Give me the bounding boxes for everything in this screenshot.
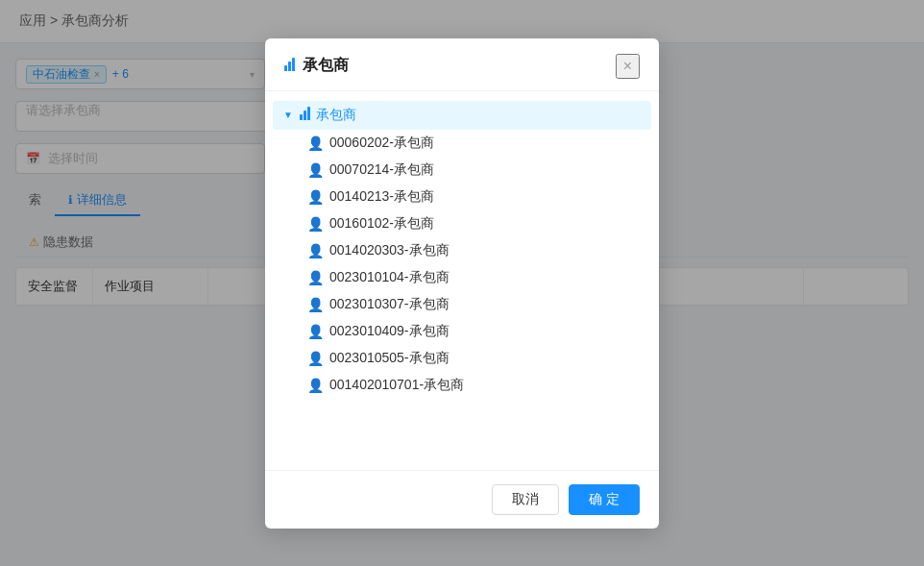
tree-leaf-label-0: 00060202-承包商	[329, 135, 434, 152]
bar-chart-icon-small	[300, 107, 310, 120]
dialog-body: ▼ 承包商 👤 00060202-承包商 👤	[265, 91, 659, 470]
bar-chart-icon	[284, 58, 295, 71]
dialog-footer: 取消 确 定	[265, 470, 659, 529]
dialog-title: 承包商	[303, 56, 349, 76]
leaf-user-icon-4: 👤	[307, 243, 324, 258]
leaf-user-icon-8: 👤	[307, 351, 324, 366]
cancel-button[interactable]: 取消	[492, 484, 559, 515]
leaf-user-icon-3: 👤	[307, 216, 324, 232]
tree-leaf-5[interactable]: 👤 0023010104-承包商	[300, 264, 651, 291]
leaf-user-icon-7: 👤	[307, 324, 324, 339]
tree-leaf-1[interactable]: 👤 00070214-承包商	[300, 157, 651, 184]
tree-root-label: 承包商	[316, 107, 356, 124]
dialog-title-wrap: 承包商	[284, 56, 349, 76]
leaf-user-icon-2: 👤	[307, 189, 324, 205]
tree-leaf-label-3: 00160102-承包商	[329, 215, 434, 233]
tree-children: 👤 00060202-承包商 👤 00070214-承包商 👤 00140213…	[273, 130, 651, 399]
tree-root-icon	[300, 107, 310, 123]
dialog-close-button[interactable]: ×	[616, 54, 640, 79]
leaf-user-icon-1: 👤	[307, 162, 324, 178]
leaf-user-icon-0: 👤	[307, 135, 324, 151]
leaf-user-icon-6: 👤	[307, 297, 324, 312]
tree-leaf-label-4: 0014020303-承包商	[329, 242, 450, 259]
tree-leaf-label-7: 0023010409-承包商	[329, 323, 450, 340]
tree-leaf-2[interactable]: 👤 00140213-承包商	[300, 184, 651, 210]
tree-leaf-label-1: 00070214-承包商	[329, 161, 434, 179]
tree-leaf-label-2: 00140213-承包商	[329, 188, 434, 206]
tree-leaf-8[interactable]: 👤 0023010505-承包商	[300, 345, 651, 372]
tree-leaf-label-6: 0023010307-承包商	[329, 296, 450, 313]
confirm-button[interactable]: 确 定	[569, 484, 640, 515]
tree-leaf-label-9: 001402010701-承包商	[329, 377, 464, 394]
leaf-user-icon-9: 👤	[307, 378, 324, 393]
tree-leaf-9[interactable]: 👤 001402010701-承包商	[300, 372, 651, 399]
tree-leaf-3[interactable]: 👤 00160102-承包商	[300, 210, 651, 237]
tree-arrow-icon: ▼	[280, 108, 296, 123]
tree-root: ▼ 承包商 👤 00060202-承包商 👤	[265, 101, 659, 399]
tree-leaf-label-5: 0023010104-承包商	[329, 269, 450, 286]
tree-leaf-6[interactable]: 👤 0023010307-承包商	[300, 291, 651, 318]
tree-leaf-label-8: 0023010505-承包商	[329, 350, 450, 367]
modal-overlay: 承包商 × ▼ 承包商	[0, 0, 924, 566]
tree-root-node[interactable]: ▼ 承包商	[273, 101, 651, 130]
tree-leaf-7[interactable]: 👤 0023010409-承包商	[300, 318, 651, 345]
dialog-header: 承包商 ×	[265, 38, 659, 91]
tree-leaf-4[interactable]: 👤 0014020303-承包商	[300, 237, 651, 264]
contractor-dialog: 承包商 × ▼ 承包商	[265, 38, 659, 529]
tree-leaf-0[interactable]: 👤 00060202-承包商	[300, 130, 651, 157]
leaf-user-icon-5: 👤	[307, 270, 324, 285]
dialog-title-icon	[284, 56, 295, 76]
